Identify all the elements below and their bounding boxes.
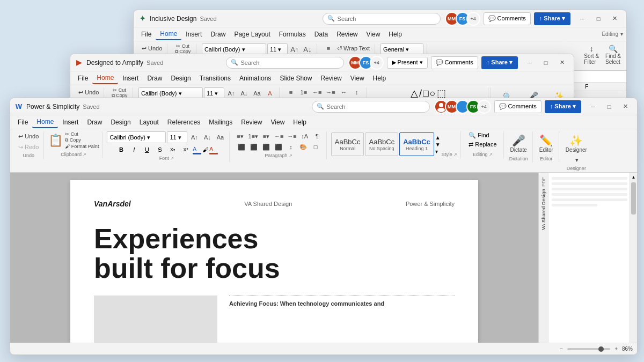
excel-align-button[interactable]: ≡ (323, 43, 334, 53)
excel-menu-home[interactable]: Home (156, 28, 181, 40)
word-menu-design[interactable]: Design (106, 117, 135, 128)
word-align-left-button[interactable]: ⬛ (236, 142, 247, 152)
word-formatpaint-button[interactable]: 🖌 Format Paint (65, 144, 99, 149)
ppt-shrink-font[interactable]: A↓ (238, 88, 250, 98)
word-menu-insert[interactable]: Insert (58, 117, 83, 128)
word-find-button[interactable]: 🔍 Find (467, 131, 497, 139)
excel-menu-formulas[interactable]: Formulas (275, 29, 310, 40)
word-pilcrow-button[interactable]: ¶ (311, 131, 323, 141)
word-replace-button[interactable]: ⇄ Replace (467, 141, 497, 149)
word-strikethrough-button[interactable]: S (154, 145, 166, 154)
ppt-grow-font[interactable]: A↑ (225, 88, 237, 98)
word-menu-layout[interactable]: Layout (135, 117, 163, 128)
ppt-menu-insert[interactable]: Insert (118, 73, 143, 84)
word-bold-button[interactable]: B (115, 145, 127, 154)
word-scroll-up-button[interactable]: ▲ (630, 173, 637, 181)
word-copy-button[interactable]: ⧉ Copy (65, 137, 99, 143)
ppt-undo-button[interactable]: ↩ Undo (77, 87, 100, 97)
word-scrollbar[interactable]: ▲ (630, 173, 637, 355)
word-shading-button[interactable]: 🎨 (297, 142, 309, 152)
word-shrink-font-button[interactable]: A↓ (201, 132, 213, 142)
excel-shrink-font-button[interactable]: A↓ (302, 45, 313, 54)
ppt-bullets-button[interactable]: ≡ (285, 87, 297, 97)
excel-minimize-button[interactable]: ─ (575, 11, 590, 26)
word-grow-font-button[interactable]: A↑ (188, 132, 200, 142)
excel-menu-pagelayout[interactable]: Page Layout (230, 29, 274, 40)
excel-undo-button[interactable]: ↩ Undo (140, 43, 164, 53)
word-menu-home[interactable]: Home (32, 116, 58, 128)
word-style-heading1[interactable]: AaBbCc Heading 1 (399, 132, 434, 156)
word-undo-button[interactable]: ↩ Undo (17, 131, 40, 141)
ppt-close-button[interactable]: ✕ (554, 55, 569, 70)
ppt-outdent-button[interactable]: ←≡ (311, 87, 323, 97)
excel-menu-review[interactable]: Review (332, 29, 362, 40)
excel-menu-file[interactable]: File (137, 29, 156, 40)
ppt-linespace-button[interactable]: ↕ (351, 87, 363, 97)
word-zoom-in-button[interactable]: + (614, 346, 618, 352)
word-share-button[interactable]: ↑ Share ▾ (545, 100, 581, 113)
ppt-menu-home[interactable]: Home (92, 72, 118, 84)
word-menu-mailings[interactable]: Mailings (204, 117, 237, 128)
word-minimize-button[interactable]: ─ (586, 99, 601, 114)
word-menu-help[interactable]: Help (289, 117, 311, 128)
ppt-menu-transitions[interactable]: Transitions (195, 73, 235, 84)
word-maximize-button[interactable]: □ (602, 99, 617, 114)
word-sort-button[interactable]: ↕A (299, 131, 311, 141)
excel-maximize-button[interactable]: □ (591, 11, 606, 26)
word-menu-references[interactable]: References (163, 117, 204, 128)
ppt-share-button[interactable]: ↑ Share ▾ (481, 56, 518, 69)
word-italic-button[interactable]: I (128, 145, 140, 154)
word-doc-scroll-area[interactable]: VanArsdel VA Shared Design Power & Simpl… (10, 173, 538, 355)
word-border-button[interactable]: □ (310, 142, 321, 152)
word-outdent-button[interactable]: ←≡ (273, 131, 285, 141)
word-search-box[interactable]: 🔍 Search (312, 101, 430, 113)
word-fontcolor-picker[interactable]: A (193, 145, 201, 154)
ppt-maximize-button[interactable]: □ (538, 55, 553, 70)
word-bullets-button[interactable]: ≡▾ (234, 131, 246, 141)
word-close-button[interactable]: ✕ (618, 99, 633, 114)
excel-close-button[interactable]: ✕ (607, 11, 622, 26)
ppt-present-button[interactable]: ▶ Present ▾ (387, 57, 428, 69)
word-justify-button[interactable]: ⬛ (273, 142, 284, 152)
word-theme-font-button[interactable]: Aa (214, 132, 226, 142)
ppt-indent-button[interactable]: →≡ (324, 87, 336, 97)
word-designer-dropdown[interactable]: ▾ (571, 155, 583, 165)
word-menu-file[interactable]: File (13, 117, 32, 128)
word-menu-view[interactable]: View (267, 117, 289, 128)
word-fontsize-select[interactable]: 11 ▾ (167, 131, 187, 143)
word-designer-button[interactable]: ✨ Designer (564, 131, 589, 155)
ppt-menu-draw[interactable]: Draw (143, 73, 166, 84)
ppt-comments-button[interactable]: 💬 Comments (431, 56, 478, 69)
word-textcolor-picker[interactable]: A (209, 145, 218, 154)
word-paste-button[interactable]: 📋 (48, 134, 63, 147)
ppt-search-box[interactable]: 🔍 Search (226, 57, 344, 69)
word-menu-review[interactable]: Review (237, 117, 266, 128)
word-zoom-slider-thumb[interactable] (598, 346, 604, 352)
word-font-select[interactable]: Calibri (Body) ▾ (107, 131, 166, 143)
word-multilevel-button[interactable]: ≡▾ (260, 131, 272, 141)
word-styles-arrows[interactable]: ▲ ▼ ▾ (435, 135, 441, 154)
excel-menu-view[interactable]: View (362, 29, 385, 40)
word-style-nospacing[interactable]: AaBbCc No Spacing (365, 132, 398, 156)
excel-sortfilter-button[interactable]: ↕ Sort &Filter (582, 43, 601, 66)
ppt-menu-design[interactable]: Design (166, 73, 195, 84)
ppt-menu-help[interactable]: Help (369, 73, 391, 84)
ppt-menu-slideshow[interactable]: Slide Show (275, 73, 316, 84)
excel-find-select-button[interactable]: 🔍 Find &Select (603, 43, 623, 66)
word-align-center-button[interactable]: ⬛ (248, 142, 260, 152)
word-zoom-slider[interactable] (567, 348, 610, 350)
ppt-clear-format[interactable]: A (264, 88, 276, 98)
ppt-theme-font[interactable]: Aa (251, 88, 263, 98)
ppt-cut-label[interactable]: ✂ Cut (113, 87, 126, 93)
word-highlight-picker[interactable]: 🖌 (202, 146, 208, 153)
ppt-minimize-button[interactable]: ─ (522, 55, 537, 70)
word-redo-button[interactable]: ↪ Redo (17, 142, 40, 152)
word-scroll-thumb[interactable] (631, 182, 636, 215)
word-style-normal[interactable]: AaBbCc Normal (331, 132, 364, 156)
excel-menu-data[interactable]: Data (310, 29, 332, 40)
ppt-menu-file[interactable]: File (74, 73, 92, 84)
word-sup-button[interactable]: X² (180, 145, 192, 154)
word-numbering-button[interactable]: 1≡▾ (246, 131, 260, 141)
word-editor-button[interactable]: ✏️ Editor (537, 131, 555, 155)
excel-menu-insert[interactable]: Insert (181, 29, 206, 40)
